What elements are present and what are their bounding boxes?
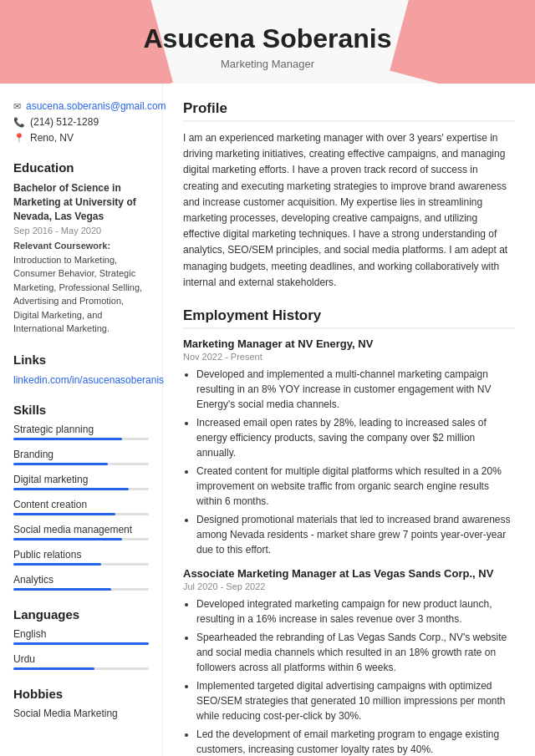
job-entry: Marketing Manager at NV Energy, NV Nov 2… bbox=[183, 337, 515, 557]
profile-label: Profile bbox=[183, 100, 515, 122]
education-label: Education bbox=[13, 160, 149, 175]
skill-bar-bg bbox=[13, 463, 149, 465]
job-bullet: Created content for multiple digital pla… bbox=[196, 464, 515, 509]
language-bar-bg bbox=[13, 667, 149, 670]
language-bar-bg bbox=[13, 642, 149, 645]
job-bullet: Developed and implemented a multi-channe… bbox=[196, 367, 515, 412]
job-bullet: Developed integrated marketing campaign … bbox=[196, 596, 515, 627]
skill-bar-bg bbox=[13, 438, 149, 440]
skills-list: Strategic planning Branding Digital mark… bbox=[13, 424, 149, 591]
job-entry: Associate Marketing Manager at Las Vegas… bbox=[183, 567, 515, 756]
skill-bar-bg bbox=[13, 588, 149, 591]
job-bullet: Designed promotional materials that led … bbox=[196, 512, 515, 557]
phone-icon: 📞 bbox=[13, 117, 25, 128]
linkedin-link[interactable]: linkedin.com/in/asucenasoberanis bbox=[13, 374, 164, 386]
profile-text: I am an experienced marketing manager wi… bbox=[183, 130, 515, 291]
skill-item: Digital marketing bbox=[13, 474, 149, 490]
hobbies-section: Hobbies Social Media Marketing bbox=[13, 687, 149, 719]
profile-section: Profile I am an experienced marketing ma… bbox=[183, 100, 515, 291]
skill-bar-fill bbox=[13, 538, 122, 540]
languages-list: English Urdu bbox=[13, 628, 149, 670]
skill-bar-fill bbox=[13, 488, 129, 490]
links-label: Links bbox=[13, 353, 149, 367]
skill-item: Social media management bbox=[13, 524, 149, 540]
employment-section: Employment History Marketing Manager at … bbox=[183, 307, 515, 756]
job-dates: Nov 2022 - Present bbox=[183, 352, 515, 362]
skill-bar-bg bbox=[13, 563, 149, 566]
candidate-name: Asucena Soberanis bbox=[17, 23, 518, 54]
language-name: English bbox=[13, 628, 149, 640]
skills-section: Skills Strategic planning Branding Digit… bbox=[13, 403, 149, 591]
job-title: Associate Marketing Manager at Las Vegas… bbox=[183, 567, 515, 580]
phone-item: 📞 (214) 512-1289 bbox=[13, 116, 149, 128]
skills-label: Skills bbox=[13, 403, 149, 417]
location-icon: 📍 bbox=[13, 133, 25, 144]
job-title: Marketing Manager at NV Energy, NV bbox=[183, 337, 515, 350]
skill-item: Public relations bbox=[13, 549, 149, 566]
language-bar-fill bbox=[13, 642, 149, 645]
languages-label: Languages bbox=[13, 607, 149, 622]
language-name: Urdu bbox=[13, 653, 149, 665]
skill-item: Strategic planning bbox=[13, 424, 149, 440]
skill-name: Branding bbox=[13, 449, 149, 460]
skill-item: Content creation bbox=[13, 499, 149, 515]
job-bullet: Spearheaded the rebranding of Las Vegas … bbox=[196, 630, 515, 675]
location-item: 📍 Reno, NV bbox=[13, 132, 149, 144]
education-section: Education Bachelor of Science in Marketi… bbox=[13, 160, 149, 336]
location-text: Reno, NV bbox=[30, 132, 74, 144]
header: Asucena Soberanis Marketing Manager bbox=[0, 0, 535, 84]
skill-item: Analytics bbox=[13, 574, 149, 591]
jobs-list: Marketing Manager at NV Energy, NV Nov 2… bbox=[183, 337, 515, 756]
sidebar: ✉ asucena.soberanis@gmail.com 📞 (214) 51… bbox=[0, 84, 163, 756]
skill-bar-bg bbox=[13, 513, 149, 515]
skill-bar-fill bbox=[13, 513, 115, 515]
skill-name: Public relations bbox=[13, 549, 149, 561]
skill-name: Analytics bbox=[13, 574, 149, 586]
language-item: English bbox=[13, 628, 149, 645]
skill-bar-fill bbox=[13, 463, 108, 465]
hobbies-text: Social Media Marketing bbox=[13, 708, 149, 719]
hobbies-label: Hobbies bbox=[13, 687, 149, 701]
language-bar-fill bbox=[13, 667, 94, 670]
skill-bar-bg bbox=[13, 538, 149, 540]
skill-bar-fill bbox=[13, 588, 111, 591]
skill-bar-fill bbox=[13, 438, 122, 440]
candidate-title: Marketing Manager bbox=[17, 58, 518, 70]
coursework-label: Relevant Coursework: bbox=[13, 241, 110, 251]
language-item: Urdu bbox=[13, 653, 149, 670]
skill-name: Content creation bbox=[13, 499, 149, 510]
email-icon: ✉ bbox=[13, 101, 21, 112]
job-bullets: Developed integrated marketing campaign … bbox=[183, 596, 515, 756]
main-content: Profile I am an experienced marketing ma… bbox=[163, 84, 535, 756]
edu-coursework: Relevant Coursework: Introduction to Mar… bbox=[13, 239, 149, 336]
email-item: ✉ asucena.soberanis@gmail.com bbox=[13, 100, 149, 112]
edu-degree: Bachelor of Science in Marketing at Univ… bbox=[13, 181, 149, 223]
skill-name: Social media management bbox=[13, 524, 149, 535]
job-bullets: Developed and implemented a multi-channe… bbox=[183, 367, 515, 557]
skill-name: Strategic planning bbox=[13, 424, 149, 435]
phone-text: (214) 512-1289 bbox=[30, 116, 99, 128]
skill-bar-bg bbox=[13, 488, 149, 490]
skill-item: Branding bbox=[13, 449, 149, 465]
job-bullet: Implemented targeted digital advertising… bbox=[196, 678, 515, 723]
job-bullet: Increased email open rates by 28%, leadi… bbox=[196, 415, 515, 460]
skill-name: Digital marketing bbox=[13, 474, 149, 485]
links-section: Links linkedin.com/in/asucenasoberanis bbox=[13, 353, 149, 386]
employment-label: Employment History bbox=[183, 307, 515, 329]
languages-section: Languages English Urdu bbox=[13, 607, 149, 670]
job-dates: Jul 2020 - Sep 2022 bbox=[183, 581, 515, 591]
coursework-text: Introduction to Marketing, Consumer Beha… bbox=[13, 255, 142, 334]
job-bullet: Led the development of email marketing p… bbox=[196, 727, 515, 756]
email-link[interactable]: asucena.soberanis@gmail.com bbox=[26, 100, 166, 112]
edu-dates: Sep 2016 - May 2020 bbox=[13, 226, 149, 236]
contact-section: ✉ asucena.soberanis@gmail.com 📞 (214) 51… bbox=[13, 100, 149, 144]
skill-bar-fill bbox=[13, 563, 101, 566]
